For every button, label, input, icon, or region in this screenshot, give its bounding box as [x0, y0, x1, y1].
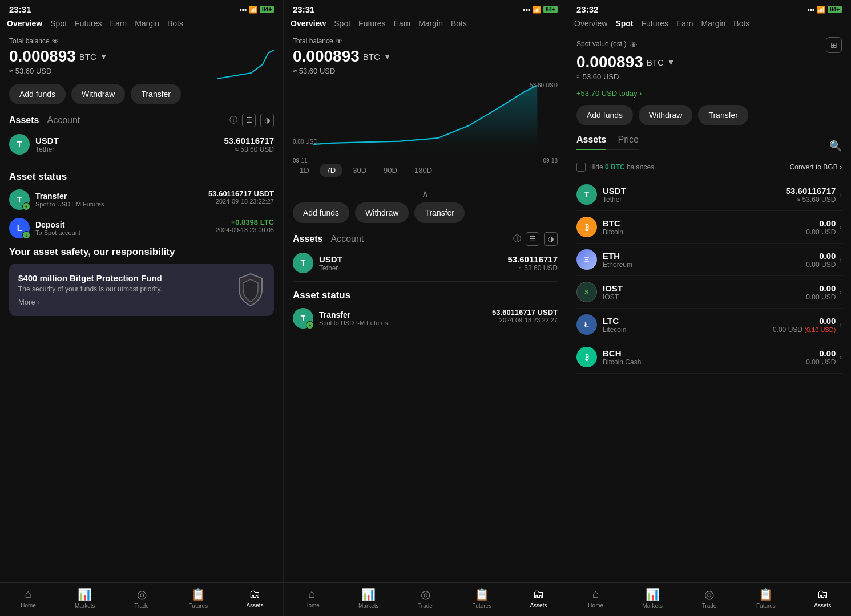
assets-icon-3: 🗂: [817, 587, 828, 601]
hide-checkbox-3[interactable]: [576, 163, 586, 172]
coin-full-usdt-1: Tether: [35, 145, 59, 153]
transfer-btn-3[interactable]: Transfer: [698, 105, 748, 125]
account-tab-1[interactable]: Account: [47, 115, 80, 125]
dropdown-icon-3[interactable]: ▼: [667, 58, 675, 67]
status-transfer-1: T + Transfer Spot to USDT-M Futures 53.6…: [9, 189, 274, 210]
eye-icon-2[interactable]: 👁: [336, 37, 342, 45]
time-180d-2[interactable]: 180D: [408, 164, 439, 177]
tab-overview-2[interactable]: Overview: [291, 19, 326, 28]
tab-futures-1[interactable]: Futures: [75, 19, 102, 28]
tab-futures-2[interactable]: Futures: [358, 19, 385, 28]
add-funds-btn-3[interactable]: Add funds: [576, 105, 633, 125]
nav-assets-2[interactable]: 🗂 Assets: [510, 587, 567, 609]
collapse-btn-2[interactable]: ∧: [293, 185, 558, 202]
home-icon-1: ⌂: [25, 587, 32, 601]
chart-2: 53.60 USD 0.00 USD: [293, 82, 558, 151]
tab-earn-1[interactable]: Earn: [110, 19, 127, 28]
balance-amount-1: 0.000893 BTC ▼: [9, 47, 108, 66]
signal-icon-1: ▪▪▪: [239, 6, 247, 14]
asset-row-iost-3: S IOST IOST 0.00 0.00 USD ›: [576, 276, 842, 309]
transfer-icon-2: T +: [293, 308, 313, 329]
dropdown-icon-1[interactable]: ▼: [100, 52, 108, 61]
tab-earn-3[interactable]: Earn: [676, 19, 693, 28]
transfer-btn-1[interactable]: Transfer: [131, 84, 181, 104]
nav-futures-1[interactable]: 📋 Futures: [170, 587, 227, 609]
assets-price-tabs-3: Assets Price: [576, 135, 639, 150]
search-icon-3[interactable]: 🔍: [829, 140, 842, 152]
gain-badge-3[interactable]: +53.70 USD today ›: [576, 89, 642, 98]
tab-margin-3[interactable]: Margin: [701, 19, 726, 28]
tab-earn-2[interactable]: Earn: [394, 19, 411, 28]
asset-row-usdt-3: T USDT Tether 53.60116717 ≈ 53.60 USD ›: [576, 179, 842, 211]
time-1d-2[interactable]: 1D: [293, 164, 316, 177]
info-icon-1[interactable]: ⓘ: [229, 115, 237, 125]
dropdown-icon-2[interactable]: ▼: [384, 52, 392, 61]
withdraw-btn-1[interactable]: Withdraw: [71, 84, 125, 104]
nav-trade-2[interactable]: ◎ Trade: [397, 587, 453, 609]
add-funds-btn-1[interactable]: Add funds: [9, 84, 66, 104]
pie-icon-2[interactable]: ◑: [544, 232, 558, 246]
price-tab-3[interactable]: Price: [618, 135, 638, 145]
nav-home-3[interactable]: ⌂ Home: [567, 587, 624, 609]
panel-2: 23:31 ▪▪▪ 📶 84+ Overview Spot Futures Ea…: [284, 0, 567, 616]
tab-spot-3[interactable]: Spot: [615, 19, 633, 28]
tab-bots-3[interactable]: Bots: [733, 19, 749, 28]
transfer-btn-2[interactable]: Transfer: [414, 202, 465, 223]
markets-icon-1: 📊: [78, 587, 92, 601]
scroll-content-1: Total balance 👁 0.000893 BTC ▼ ≈ 53.60 U…: [0, 30, 283, 582]
tab-spot-1[interactable]: Spot: [50, 19, 67, 28]
withdraw-btn-3[interactable]: Withdraw: [639, 105, 692, 125]
tab-margin-2[interactable]: Margin: [418, 19, 443, 28]
futures-icon-2: 📋: [475, 587, 489, 601]
withdraw-btn-2[interactable]: Withdraw: [355, 202, 409, 223]
time-90d-2[interactable]: 90D: [377, 164, 404, 177]
nav-markets-1[interactable]: 📊 Markets: [57, 587, 113, 609]
deposit-sub-1: To Spot account: [35, 229, 80, 236]
nav-home-1[interactable]: ⌂ Home: [0, 587, 57, 609]
nav-markets-3[interactable]: 📊 Markets: [624, 587, 680, 609]
tab-margin-1[interactable]: Margin: [135, 19, 159, 28]
convert-link-3[interactable]: Convert to BGB ›: [790, 163, 842, 171]
tab-overview-3[interactable]: Overview: [574, 19, 607, 28]
nav-markets-2[interactable]: 📊 Markets: [340, 587, 397, 609]
assets-tabs-2: Assets Account: [293, 234, 364, 244]
home-icon-2: ⌂: [309, 587, 316, 601]
safety-more-1[interactable]: More ›: [18, 298, 162, 306]
nav-assets-1[interactable]: 🗂 Assets: [227, 587, 283, 609]
tab-spot-2[interactable]: Spot: [334, 19, 350, 28]
eth-icon-3: Ξ: [576, 249, 597, 270]
tab-overview-1[interactable]: Overview: [7, 19, 42, 28]
action-buttons-2: Add funds Withdraw Transfer: [293, 202, 558, 223]
info-icon-2[interactable]: ⓘ: [513, 234, 521, 244]
eye-icon-1[interactable]: 👁: [52, 37, 59, 45]
time-30d-2[interactable]: 30D: [346, 164, 373, 177]
tab-bots-2[interactable]: Bots: [451, 19, 467, 28]
nav-futures-2[interactable]: 📋 Futures: [454, 587, 510, 609]
balance-label-2: Total balance 👁: [293, 37, 558, 45]
list-icon-1[interactable]: ☰: [242, 114, 256, 127]
battery-2: 84+: [543, 6, 558, 13]
nav-trade-3[interactable]: ◎ Trade: [681, 587, 737, 609]
tab-bots-1[interactable]: Bots: [167, 19, 183, 28]
add-funds-btn-2[interactable]: Add funds: [293, 202, 349, 223]
assets-tab-3[interactable]: Assets: [576, 135, 606, 150]
scroll-content-2: Total balance 👁 0.000893 BTC ▼ ≈ 53.60 U…: [284, 30, 567, 582]
balance-currency-1: BTC: [79, 52, 96, 62]
nav-trade-1[interactable]: ◎ Trade: [113, 587, 170, 609]
assets-tab-2[interactable]: Assets: [293, 234, 322, 244]
balance-amount-2: 0.000893 BTC ▼: [293, 47, 558, 66]
balance-usd-2: ≈ 53.60 USD: [293, 67, 558, 75]
eye-icon-3[interactable]: 👁: [630, 40, 638, 50]
nav-tabs-1: Overview Spot Futures Earn Margin Bots: [0, 17, 283, 30]
nav-assets-3[interactable]: 🗂 Assets: [794, 587, 851, 609]
scan-icon-3[interactable]: ⊞: [826, 37, 842, 53]
nav-home-2[interactable]: ⌂ Home: [284, 587, 340, 609]
assets-tab-1[interactable]: Assets: [9, 115, 39, 125]
account-tab-2[interactable]: Account: [330, 234, 364, 244]
tab-futures-3[interactable]: Futures: [641, 19, 668, 28]
nav-futures-3[interactable]: 📋 Futures: [737, 587, 794, 609]
usdt-icon-1: T: [9, 134, 30, 155]
pie-icon-1[interactable]: ◑: [260, 114, 274, 127]
time-7d-2[interactable]: 7D: [320, 164, 343, 177]
list-icon-2[interactable]: ☰: [526, 232, 539, 246]
